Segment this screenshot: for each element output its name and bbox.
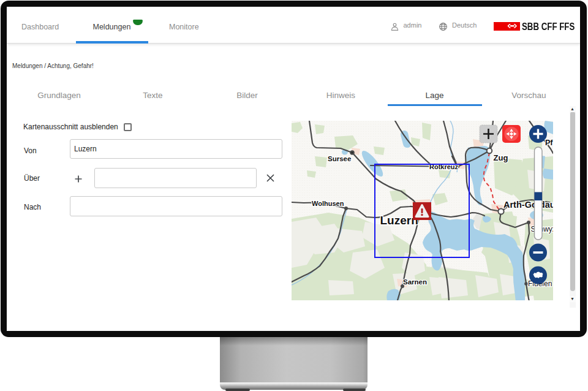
svg-text:Sarnen: Sarnen [403,278,427,286]
svg-text:Zug: Zug [494,153,508,162]
svg-text:Arth-Goldau: Arth-Goldau [503,200,553,210]
svg-text:Luzern: Luzern [380,214,418,227]
svg-text:Pf: Pf [545,139,553,147]
svg-text:Wolhusen: Wolhusen [312,200,344,207]
svg-text:Sursee: Sursee [328,155,351,162]
